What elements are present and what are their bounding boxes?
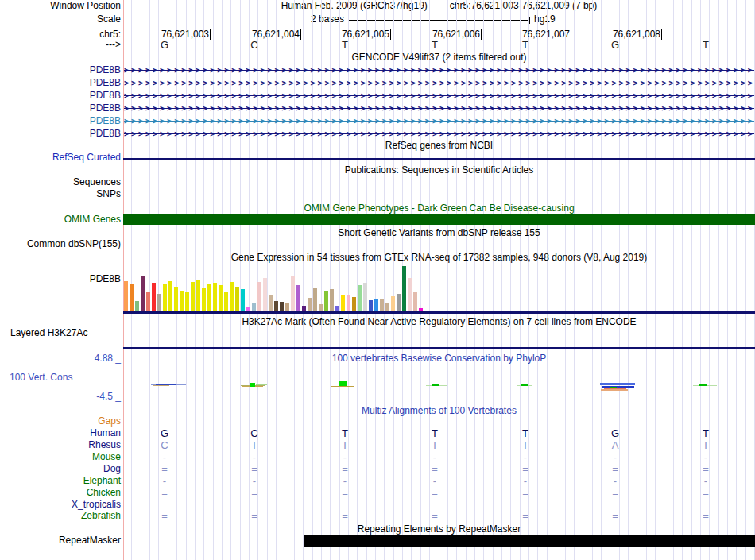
gtex-expression-bar[interactable] <box>330 289 334 311</box>
track-title-omim-gene-phenotypes-dark-green-can-be-d[interactable]: OMIM Gene Phenotypes - Dark Green Can Be… <box>123 203 755 214</box>
gtex-expression-bar[interactable] <box>397 294 401 311</box>
gtex-expression-bar[interactable] <box>352 297 356 311</box>
multiz-label-gaps[interactable]: Gaps <box>0 416 121 427</box>
track-title-h3k27ac-mark-often-found-near-active-reg[interactable]: H3K27Ac Mark (Often Found Near Active Re… <box>123 317 755 327</box>
gtex-expression-bar[interactable] <box>263 278 267 311</box>
gtex-expression-bar[interactable] <box>274 301 278 311</box>
track-label--[interactable]: ---> <box>0 40 121 50</box>
h3k27ac-baseline[interactable] <box>123 347 755 349</box>
track-label-scale[interactable]: Scale <box>0 14 121 25</box>
track-label-4-88-[interactable]: 4.88 _ <box>0 353 121 364</box>
track-title-gene-expression-in-54-tissues-from-gtex-[interactable]: Gene Expression in 54 tissues from GTEx … <box>123 253 755 263</box>
sequences-line[interactable] <box>123 183 755 183</box>
gene-row-pde8b-2[interactable]: >>>>>>>>>>>>>>>>>>>>>>>>>>>>>>>>>>>>>>>>… <box>124 79 754 87</box>
gtex-expression-bar[interactable] <box>358 285 362 311</box>
gtex-expression-bar[interactable] <box>419 308 423 311</box>
gtex-expression-bar[interactable] <box>335 306 339 311</box>
multiz-label-elephant[interactable]: Elephant <box>0 476 121 486</box>
gene-row-pde8b-3[interactable]: >>>>>>>>>>>>>>>>>>>>>>>>>>>>>>>>>>>>>>>>… <box>124 91 754 100</box>
gtex-expression-bar[interactable] <box>168 281 172 311</box>
gtex-expression-bar[interactable] <box>257 282 261 311</box>
gtex-expression-bar[interactable] <box>124 281 128 311</box>
track-label-sequences[interactable]: Sequences <box>0 177 121 187</box>
gtex-expression-bar[interactable] <box>408 278 412 311</box>
gtex-expression-bar[interactable] <box>374 299 378 311</box>
gtex-expression-bar[interactable] <box>180 291 184 311</box>
track-label-pde8b[interactable]: PDE8B <box>0 274 121 284</box>
multiz-label-human[interactable]: Human <box>0 428 121 438</box>
gtex-expression-bar[interactable] <box>135 301 139 311</box>
gtex-expression-bar[interactable] <box>319 304 323 311</box>
track-label-refseq-curated[interactable]: RefSeq Curated <box>0 153 121 163</box>
track-label--4-5-[interactable]: -4.5 _ <box>0 392 121 402</box>
omim-genes-bar[interactable] <box>123 214 755 225</box>
gtex-expression-bar[interactable] <box>146 292 150 311</box>
gtex-expression-bar[interactable] <box>313 288 317 311</box>
track-label-100-vert-cons[interactable]: 100 Vert. Cons <box>10 373 72 383</box>
gtex-expression-bar[interactable] <box>157 294 161 311</box>
gene-label-pde8b-1[interactable]: PDE8B <box>0 65 121 75</box>
gtex-expression-bar[interactable] <box>235 287 239 311</box>
gtex-baseline[interactable] <box>123 311 755 314</box>
gtex-expression-bar[interactable] <box>152 283 156 311</box>
track-label-layered-h3k27ac[interactable]: Layered H3K27Ac <box>10 328 87 338</box>
gtex-expression-bar[interactable] <box>130 284 134 311</box>
gtex-expression-bar[interactable] <box>369 300 373 311</box>
gene-row-pde8b-6[interactable]: >>>>>>>>>>>>>>>>>>>>>>>>>>>>>>>>>>>>>>>>… <box>124 129 754 138</box>
gtex-expression-bar[interactable] <box>241 289 245 311</box>
gtex-expression-bar[interactable] <box>291 276 295 311</box>
repeatmasker-bar[interactable] <box>304 535 755 547</box>
track-label-chr5-[interactable]: chr5: <box>0 29 121 40</box>
track-title-gencode-v49lift37-2-items-filtered-out-[interactable]: GENCODE V49lift37 (2 items filtered out) <box>123 52 755 63</box>
gtex-expression-bar[interactable] <box>341 295 345 311</box>
gtex-expression-bar[interactable] <box>402 266 406 311</box>
track-title-publications-sequences-in-scientific-art[interactable]: Publications: Sequences in Scientific Ar… <box>123 165 755 176</box>
gtex-expression-bar[interactable] <box>324 291 328 311</box>
gtex-expression-bar[interactable] <box>308 298 312 311</box>
gene-label-pde8b-5[interactable]: PDE8B <box>0 116 121 126</box>
multiz-label-rhesus[interactable]: Rhesus <box>0 440 121 450</box>
gene-label-pde8b-4[interactable]: PDE8B <box>0 103 121 114</box>
gene-label-pde8b-2[interactable]: PDE8B <box>0 78 121 88</box>
track-title-refseq-genes-from-ncbi[interactable]: RefSeq genes from NCBI <box>123 141 755 151</box>
track-label-window-position[interactable]: Window Position <box>0 1 121 11</box>
gene-row-pde8b-4[interactable]: >>>>>>>>>>>>>>>>>>>>>>>>>>>>>>>>>>>>>>>>… <box>124 104 754 113</box>
gtex-expression-bar[interactable] <box>385 303 389 311</box>
gene-label-pde8b-3[interactable]: PDE8B <box>0 91 121 101</box>
gtex-expression-bar[interactable] <box>230 282 234 311</box>
track-title-short-genetic-variants-from-dbsnp-releas[interactable]: Short Genetic Variants from dbSNP releas… <box>123 228 755 238</box>
gtex-expression-bar[interactable] <box>252 303 256 311</box>
gtex-expression-bar[interactable] <box>185 292 189 311</box>
track-label-snps[interactable]: SNPs <box>0 189 121 199</box>
gtex-expression-bar[interactable] <box>191 282 195 311</box>
gtex-expression-bar[interactable] <box>302 306 306 311</box>
gtex-expression-bar[interactable] <box>213 283 217 311</box>
gtex-expression-bar[interactable] <box>207 284 211 311</box>
gene-label-pde8b-6[interactable]: PDE8B <box>0 129 121 139</box>
gtex-expression-bar[interactable] <box>141 276 145 311</box>
gtex-expression-bar[interactable] <box>174 287 178 311</box>
gtex-expression-bar[interactable] <box>391 296 395 311</box>
track-title-repeating-elements-by-repeatmasker[interactable]: Repeating Elements by RepeatMasker <box>123 524 755 535</box>
gtex-expression-bar[interactable] <box>246 307 250 311</box>
gene-row-pde8b-5[interactable]: >>>>>>>>>>>>>>>>>>>>>>>>>>>>>>>>>>>>>>>>… <box>124 117 754 126</box>
gtex-expression-bar[interactable] <box>224 292 228 311</box>
track-title-100-vertebrates-basewise-conservation-by[interactable]: 100 vertebrates Basewise Conservation by… <box>123 353 755 364</box>
gtex-expression-bar[interactable] <box>196 280 200 311</box>
gtex-expression-bar[interactable] <box>380 299 384 311</box>
multiz-label-chicken[interactable]: Chicken <box>0 488 121 498</box>
gtex-expression-bar[interactable] <box>202 288 206 311</box>
gtex-expression-bar[interactable] <box>219 285 223 311</box>
gtex-expression-bar[interactable] <box>413 292 417 311</box>
multiz-label-x-tropicalis[interactable]: X_tropicalis <box>0 500 121 510</box>
gtex-expression-bar[interactable] <box>363 283 367 311</box>
gtex-expression-bar[interactable] <box>163 284 167 311</box>
refseq-curated-line[interactable] <box>123 158 755 160</box>
multiz-label-mouse[interactable]: Mouse <box>0 452 121 462</box>
multiz-label-zebrafish[interactable]: Zebrafish <box>0 511 121 521</box>
track-title-multiz-alignments-of-100-vertebrates[interactable]: Multiz Alignments of 100 Vertebrates <box>123 406 755 416</box>
gtex-expression-bar[interactable] <box>285 303 289 311</box>
track-label-omim-genes[interactable]: OMIM Genes <box>0 214 121 225</box>
gtex-expression-bar[interactable] <box>296 285 300 311</box>
multiz-label-dog[interactable]: Dog <box>0 464 121 474</box>
